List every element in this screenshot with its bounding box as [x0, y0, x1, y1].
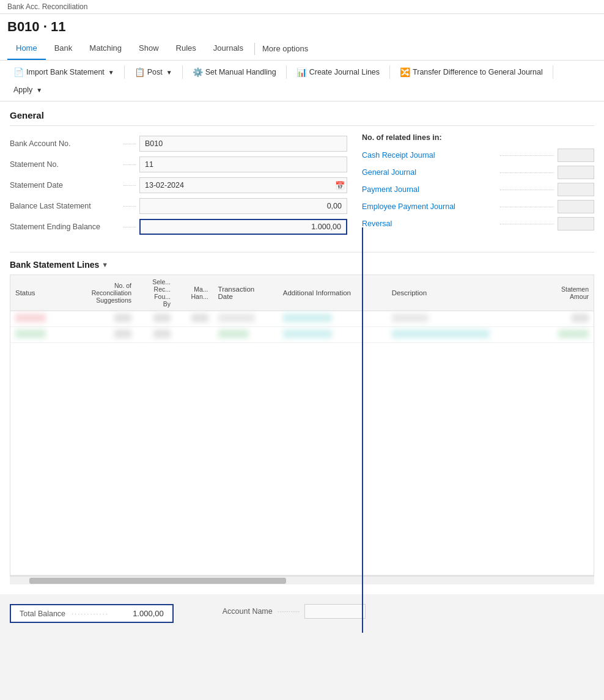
bank-lines-table: Status No. ofReconciliationSuggestions S… — [10, 275, 594, 575]
toolbar-separator-5 — [553, 65, 553, 79]
bank-account-no-row: Bank Account No. — [10, 133, 347, 154]
total-balance-value: 1.000,00 — [115, 609, 164, 618]
form-grid: Bank Account No. Statement No. Statement… — [10, 133, 594, 245]
form-left-col: Bank Account No. Statement No. Statement… — [10, 133, 347, 237]
import-icon: 📄 — [13, 67, 24, 77]
general-journal-value — [558, 166, 594, 179]
cell-amount-2 — [537, 327, 594, 343]
bank-account-no-dots — [123, 144, 136, 144]
total-balance-label: Total Balance — [20, 610, 65, 618]
general-journal-link[interactable]: General Journal — [362, 168, 496, 177]
main-content: General Bank Account No. Statement No. S… — [0, 101, 604, 594]
cell-desc-2 — [387, 327, 537, 343]
total-balance-dots: ············ — [72, 610, 109, 617]
cell-recon-2 — [67, 327, 136, 343]
reversal-link[interactable]: Reversal — [362, 219, 496, 228]
col-header-transaction-date: TransactionDate — [213, 275, 278, 311]
col-header-additional-info: Additional Information — [278, 275, 387, 311]
cell-selected-1 — [136, 311, 175, 327]
cell-selected-2 — [136, 327, 175, 343]
cell-info-1 — [278, 311, 387, 327]
cell-status-2 — [10, 327, 67, 343]
import-caret-icon: ▼ — [108, 69, 114, 76]
balance-last-dots — [123, 206, 136, 207]
post-caret-icon: ▼ — [166, 69, 172, 76]
nav-tabs: Home Bank Matching Show Rules Journals M… — [0, 37, 604, 61]
post-icon: 📋 — [134, 67, 145, 77]
bank-lines-caret-icon[interactable]: ▼ — [101, 261, 108, 268]
manual-handling-icon: ⚙️ — [193, 67, 203, 77]
set-manual-handling-button[interactable]: ⚙️ Set Manual Handling — [186, 64, 282, 80]
related-cash-receipt-row: Cash Receipt Journal — [362, 147, 594, 164]
statement-date-label: Statement Date — [10, 181, 120, 190]
general-section-title: General — [10, 101, 594, 126]
balance-last-input[interactable] — [139, 198, 347, 214]
col-header-status: Status — [10, 275, 67, 311]
post-button[interactable]: 📋 Post ▼ — [128, 64, 179, 80]
bank-account-no-label: Bank Account No. — [10, 139, 120, 148]
employee-payment-value — [558, 200, 594, 213]
breadcrumb: Bank Acc. Reconciliation — [0, 0, 604, 14]
account-name-area: Account Name ············ — [198, 604, 366, 619]
related-title: No. of related lines in: — [362, 133, 594, 142]
scroll-thumb[interactable] — [29, 578, 286, 584]
page-title: B010 · 11 — [0, 14, 604, 37]
tab-journals[interactable]: Journals — [205, 37, 252, 60]
col-header-reconciliation: No. ofReconciliationSuggestions — [67, 275, 136, 311]
statement-no-input[interactable] — [139, 157, 347, 172]
payment-journal-value — [558, 183, 594, 196]
col-header-manual: Ma...Han... — [175, 275, 213, 311]
transfer-icon: 🔀 — [400, 67, 410, 77]
cell-date-1 — [213, 311, 278, 327]
payment-journal-dots — [500, 190, 554, 190]
empty-area — [10, 343, 594, 575]
toolbar-separator-4 — [389, 65, 390, 79]
toolbar-separator-3 — [286, 65, 287, 79]
col-header-description: Description — [387, 275, 537, 311]
related-payment-journal-row: Payment Journal — [362, 181, 594, 198]
tab-home[interactable]: Home — [7, 37, 46, 60]
payment-journal-link[interactable]: Payment Journal — [362, 185, 496, 194]
balance-last-row: Balance Last Statement — [10, 196, 347, 216]
statement-no-row: Statement No. — [10, 154, 347, 175]
cell-desc-1 — [387, 311, 537, 327]
create-journal-lines-button[interactable]: 📊 Create Journal Lines — [290, 64, 386, 80]
table-row[interactable] — [10, 311, 594, 327]
import-bank-statement-button[interactable]: 📄 Import Bank Statement ▼ — [7, 64, 120, 80]
tab-show[interactable]: Show — [130, 37, 168, 60]
toolbar: 📄 Import Bank Statement ▼ 📋 Post ▼ ⚙️ Se… — [0, 61, 604, 101]
tab-bank[interactable]: Bank — [46, 37, 81, 60]
apply-caret-icon: ▼ — [36, 87, 42, 94]
statement-date-dots — [123, 185, 136, 186]
cell-manual-2 — [175, 327, 213, 343]
transfer-difference-button[interactable]: 🔀 Transfer Difference to General Journal — [394, 64, 549, 80]
account-name-input[interactable] — [304, 604, 366, 619]
bank-lines-table-wrapper: Status No. ofReconciliationSuggestions S… — [10, 274, 594, 576]
cell-date-2 — [213, 327, 278, 343]
general-journal-dots — [500, 172, 554, 173]
account-name-dots: ············ — [278, 608, 300, 615]
apply-button[interactable]: Apply ▼ — [7, 83, 48, 97]
toolbar-separator-2 — [182, 65, 183, 79]
more-options-link[interactable]: More options — [257, 38, 313, 59]
toolbar-separator-1 — [124, 65, 125, 79]
tab-matching[interactable]: Matching — [81, 37, 130, 60]
related-reversal-row: Reversal — [362, 215, 594, 232]
cell-status-1 — [10, 311, 67, 327]
calendar-icon[interactable]: 📅 — [335, 181, 345, 190]
employee-payment-dots — [500, 207, 554, 207]
cell-recon-1 — [67, 311, 136, 327]
empty-spacer-row — [10, 343, 594, 575]
horizontal-scrollbar[interactable] — [10, 576, 594, 584]
employee-payment-journal-link[interactable]: Employee Payment Journal — [362, 202, 496, 211]
bank-lines-header: Bank Statement Lines ▼ — [10, 252, 594, 270]
statement-date-input[interactable] — [139, 177, 347, 193]
statement-ending-input[interactable] — [139, 219, 347, 235]
cell-manual-1 — [175, 311, 213, 327]
bank-lines-title[interactable]: Bank Statement Lines — [10, 260, 99, 270]
cash-receipt-journal-link[interactable]: Cash Receipt Journal — [362, 151, 496, 160]
bank-account-no-input[interactable] — [139, 136, 347, 152]
tab-rules[interactable]: Rules — [168, 37, 205, 60]
cell-info-2 — [278, 327, 387, 343]
table-row[interactable] — [10, 327, 594, 343]
